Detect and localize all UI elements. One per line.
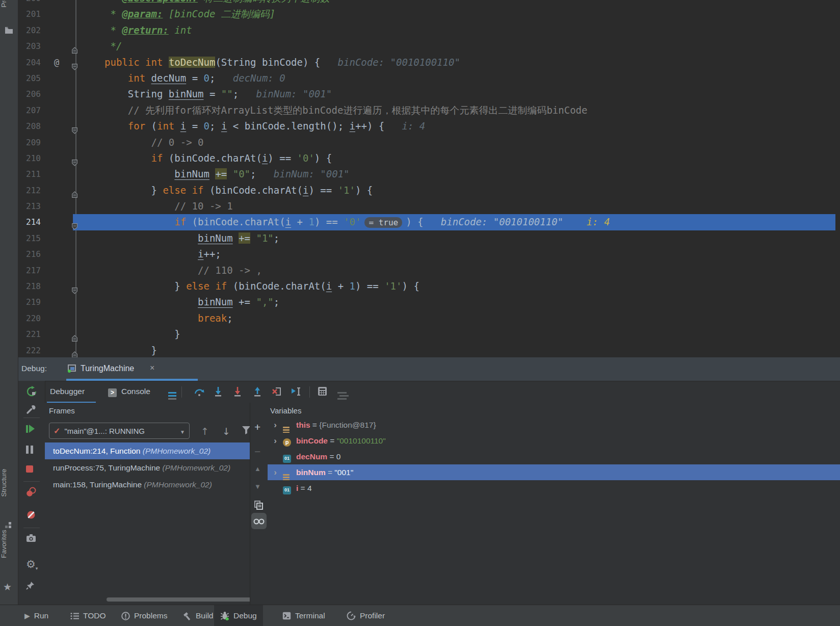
show-watches-button[interactable] [251, 513, 267, 529]
variable-row[interactable]: ›this = {Function@817} [268, 419, 840, 433]
editor-line-203[interactable]: 203 */ [18, 38, 840, 54]
add-watch-icon[interactable]: + [254, 421, 260, 433]
tool-button-terminal[interactable]: Terminal [276, 605, 331, 626]
project-tool-button[interactable]: Pro [0, 2, 18, 10]
mute-breakpoints-icon[interactable] [26, 510, 36, 520]
stop-icon[interactable] [26, 465, 33, 473]
duplicate-icon[interactable] [254, 501, 263, 510]
editor-line-217[interactable]: 217 // 110 -> , [18, 263, 840, 278]
view-options-icon[interactable] [168, 392, 176, 400]
editor-line-212[interactable]: 212 } else if (binCode.charAt(i) == '1')… [18, 182, 840, 198]
rerun-icon[interactable] [26, 386, 37, 397]
tool-button-todo[interactable]: TODO [64, 605, 112, 626]
star-icon[interactable]: ★ [3, 581, 12, 593]
object-icon [283, 427, 290, 433]
fold-marker[interactable] [71, 123, 78, 130]
tool-button-problems[interactable]: Problems [115, 605, 173, 626]
editor-line-200[interactable]: 200 * @description: 将二进制编码转换为十进制数 [18, 0, 840, 6]
favorites-tool-button[interactable]: Favorites [0, 544, 18, 552]
editor-line-222[interactable]: 222 } [18, 343, 840, 357]
fold-marker[interactable] [71, 219, 78, 226]
arrow-down-icon[interactable]: ↓ [222, 426, 230, 437]
editor-line-202[interactable]: 202 * @return: int [18, 22, 840, 38]
editor-line-208[interactable]: 208 for (int i = 0; i < binCode.length()… [18, 118, 840, 134]
tool-button-run[interactable]: ▶Run [18, 605, 55, 626]
fold-marker[interactable] [71, 155, 78, 162]
chevron-right-icon[interactable]: › [274, 464, 277, 480]
camera-icon[interactable] [26, 534, 36, 542]
move-up-icon[interactable]: ▲ [254, 465, 261, 473]
fold-marker[interactable] [71, 187, 78, 194]
variable-row[interactable]: ›pbinCode = "0010100110" [268, 433, 840, 449]
debug-session-icon [68, 364, 77, 373]
editor-line-219[interactable]: 219 binNum += ","; [18, 294, 840, 310]
horizontal-scrollbar[interactable] [107, 597, 250, 602]
editor-line-211[interactable]: 211 binNum += "0"; binNum: "001" [18, 166, 840, 182]
tab-debugger[interactable]: Debugger [50, 387, 85, 396]
step-into-icon[interactable] [214, 386, 223, 397]
editor-line-201[interactable]: 201 * @param: [binCode 二进制编码] [18, 6, 840, 22]
thread-selector[interactable]: ✓"main"@1...: RUNNING▼ [49, 423, 190, 439]
settings-icon[interactable]: ⚙▾ [26, 558, 38, 571]
structure-tool-button[interactable]: Structure [0, 483, 18, 490]
variables-panel: ›this = {Function@817}›pbinCode = "00101… [268, 419, 840, 607]
step-out-icon[interactable] [253, 386, 262, 397]
tool-button-build[interactable]: Build [176, 605, 219, 626]
editor-line-216[interactable]: 216 i++; [18, 246, 840, 262]
arrow-up-icon[interactable]: ↑ [201, 426, 209, 437]
resume-icon[interactable] [26, 425, 35, 433]
editor-line-213[interactable]: 213 // 10 -> 1 [18, 198, 840, 214]
pin-icon[interactable] [26, 581, 35, 590]
editor-line-215[interactable]: 215 binNum += "1"; [18, 230, 840, 246]
line-number: 219 [18, 294, 41, 310]
editor-line-207[interactable]: 207 // 先利用for循环对ArrayList类型的binCode进行遍历，… [18, 102, 840, 118]
wrench-icon[interactable] [26, 404, 36, 414]
layout-settings-icon[interactable] [337, 392, 349, 400]
move-down-icon[interactable]: ▼ [254, 483, 261, 490]
editor-line-209[interactable]: 209 // 0 -> 0 [18, 135, 840, 150]
fold-marker[interactable] [71, 43, 78, 50]
editor-line-218[interactable]: 218 } else if (binCode.charAt(i + 1) == … [18, 278, 840, 294]
editor-line-220[interactable]: 220 break; [18, 310, 840, 326]
pause-icon[interactable] [26, 446, 33, 454]
view-breakpoints-icon[interactable] [26, 487, 36, 497]
tab-console[interactable]: Console [121, 387, 150, 396]
evaluate-expression-icon[interactable] [318, 386, 327, 396]
step-over-icon[interactable] [194, 386, 205, 397]
drop-frame-icon[interactable] [272, 386, 282, 397]
editor-line-205[interactable]: 205 int decNum = 0; decNum: 0 [18, 70, 840, 86]
fold-marker[interactable] [71, 331, 78, 338]
frame-row[interactable]: toDecNum:214, Function (PMHomework_02) [45, 442, 250, 459]
editor-line-221[interactable]: 221 } [18, 326, 840, 342]
annotation-gutter-icon[interactable]: @ [54, 55, 59, 70]
fold-marker[interactable] [71, 59, 78, 66]
variable-row[interactable]: ›binNum = "001" [268, 464, 840, 480]
editor-line-204[interactable]: 204@public int toDecNum(String binCode) … [18, 55, 840, 70]
debug-session-tab[interactable]: TuringMachine [81, 364, 134, 373]
run-to-cursor-icon[interactable] [291, 386, 302, 397]
filter-icon[interactable] [242, 426, 250, 434]
code-text: if (binCode.charAt(i) == '0') { [104, 150, 332, 166]
frame-row[interactable]: main:158, TuringMachine (PMHomework_02) [45, 476, 250, 493]
editor-line-206[interactable]: 206 String binNum = ""; binNum: "001" [18, 86, 840, 102]
fold-marker[interactable] [71, 283, 78, 290]
folder-icon[interactable] [5, 27, 13, 34]
code-text: binNum += "0"; binNum: "001" [104, 166, 350, 182]
frame-row[interactable]: runProcess:75, TuringMachine (PMHomework… [45, 459, 250, 476]
tool-button-debug[interactable]: Debug [214, 605, 263, 626]
fold-marker[interactable] [71, 347, 78, 354]
editor-line-210[interactable]: 210 if (binCode.charAt(i) == '0') { [18, 150, 840, 166]
variable-row[interactable]: 01decNum = 0 [268, 449, 840, 464]
tool-button-label: Build [196, 611, 213, 620]
close-icon[interactable]: × [150, 363, 154, 373]
variable-row[interactable]: 01i = 4 [268, 480, 840, 496]
prim-icon: 01 [283, 455, 291, 463]
structure-icon[interactable] [5, 521, 13, 529]
code-editor[interactable]: 200 * @description: 将二进制编码转换为十进制数201 * @… [18, 0, 840, 357]
force-step-into-icon[interactable] [233, 386, 242, 397]
remove-watch-icon[interactable]: − [254, 446, 260, 458]
chevron-right-icon[interactable]: › [274, 433, 277, 449]
editor-line-214[interactable]: 214 if (binCode.charAt(i + 1) == '0'= tr… [18, 214, 840, 230]
chevron-right-icon[interactable]: › [274, 419, 277, 433]
tool-button-profiler[interactable]: Profiler [340, 605, 391, 626]
